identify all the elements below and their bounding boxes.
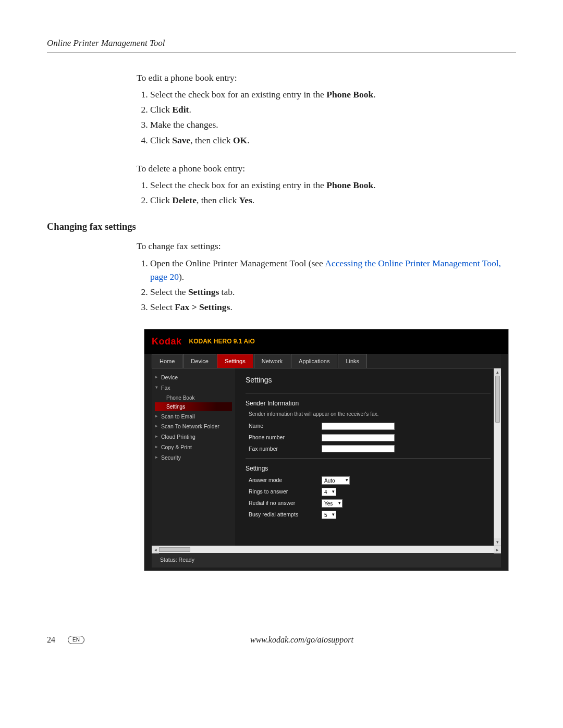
tab-settings[interactable]: Settings (217, 354, 253, 368)
sidebar-item-scan-network[interactable]: Scan To Network Folder (155, 422, 232, 432)
busy-row: Busy redial attempts 5 (249, 511, 491, 519)
rings-select[interactable]: 4 (322, 488, 336, 496)
status-bar: Status: Ready (152, 553, 501, 567)
tab-applications[interactable]: Applications (291, 354, 337, 368)
bold: OK (233, 135, 247, 145)
scroll-thumb[interactable] (495, 376, 500, 423)
redial-row: Redial if no answer Yes (249, 499, 491, 508)
app-header: Kodak KODAK HERO 9.1 AiO (144, 329, 508, 354)
rings-label: Rings to answer (249, 488, 322, 496)
busy-label: Busy redial attempts (249, 511, 322, 519)
embedded-screenshot: Kodak KODAK HERO 9.1 AiO Home Device Set… (144, 329, 516, 571)
text: . (230, 302, 232, 312)
sidebar-item-cloud-printing[interactable]: Cloud Printing (155, 432, 232, 442)
sidebar-item-security[interactable]: Security (155, 453, 232, 463)
fax-input[interactable] (322, 445, 395, 452)
text: Open the Online Printer Management Tool … (150, 258, 325, 268)
text: Click (150, 135, 172, 145)
fax-row: Fax number (249, 445, 491, 453)
page-header: Online Printer Management Tool (47, 36, 516, 53)
app-body: Device Fax Phone Book Settings Scan to E… (152, 368, 501, 546)
text: Select the (150, 287, 188, 297)
text: . (373, 180, 375, 190)
bold: Settings (188, 287, 219, 297)
answer-mode-select[interactable]: Auto (322, 476, 350, 485)
tab-links[interactable]: Links (338, 354, 367, 368)
product-name: KODAK HERO 9.1 AiO (189, 337, 255, 346)
name-row: Name (249, 422, 491, 430)
delete-intro: To delete a phone book entry: (137, 162, 516, 175)
sidebar-item-copy-print[interactable]: Copy & Print (155, 442, 232, 453)
sender-info-desc: Sender information that will appear on t… (246, 410, 491, 418)
scroll-up-icon[interactable]: ▴ (494, 368, 501, 376)
edit-step-1: Select the check box for an existing ent… (150, 88, 516, 101)
change-steps: Open the Online Printer Management Tool … (137, 256, 516, 314)
settings-sidebar: Device Fax Phone Book Settings Scan to E… (152, 368, 235, 546)
footer-url: www.kodak.com/go/aiosupport (88, 634, 516, 646)
text: Select (150, 302, 175, 312)
tab-device[interactable]: Device (183, 354, 216, 368)
text: Click (150, 104, 172, 115)
text: . (252, 195, 254, 205)
busy-select[interactable]: 5 (322, 511, 336, 519)
edit-step-2: Click Edit. (150, 103, 516, 116)
sidebar-item-scan-email[interactable]: Scan to Email (155, 412, 232, 422)
sidebar-sub-phone-book[interactable]: Phone Book (155, 394, 232, 402)
tab-network[interactable]: Network (254, 354, 290, 368)
change-step-2: Select the Settings tab. (150, 285, 516, 299)
kodak-logo: Kodak (152, 335, 182, 349)
main-tabs: Home Device Settings Network Application… (152, 354, 501, 369)
bold: Delete (172, 195, 197, 205)
phone-row: Phone number (249, 434, 491, 442)
sidebar-item-fax[interactable]: Fax (155, 383, 232, 393)
answer-mode-row: Answer mode Auto (249, 476, 491, 485)
text: . (373, 89, 375, 100)
text: , then click (190, 135, 233, 145)
settings-group: Settings (246, 464, 491, 473)
delete-step-1: Select the check box for an existing ent… (150, 178, 516, 192)
edit-intro: To edit a phone book entry: (137, 71, 516, 84)
sidebar-item-device[interactable]: Device (155, 373, 232, 383)
page-number: 24 (47, 634, 68, 646)
change-intro: To change fax settings: (137, 239, 516, 253)
edit-steps: Select the check box for an existing ent… (137, 88, 516, 147)
name-label: Name (249, 422, 322, 430)
vertical-scrollbar[interactable]: ▴ ▾ (494, 368, 501, 546)
text: . (189, 104, 191, 115)
phone-label: Phone number (249, 434, 322, 442)
scroll-right-icon[interactable]: ▸ (494, 546, 501, 553)
name-input[interactable] (322, 423, 395, 430)
content-area: To edit a phone book entry: Select the c… (47, 71, 516, 571)
tab-home[interactable]: Home (152, 354, 182, 368)
text: tab. (219, 287, 235, 297)
settings-panel: Settings Sender Information Sender infor… (235, 368, 501, 546)
page-footer: 24 EN www.kodak.com/go/aiosupport (47, 634, 516, 646)
panel-title: Settings (246, 375, 491, 386)
scroll-down-icon[interactable]: ▾ (494, 538, 501, 546)
sender-info-group: Sender Information (246, 399, 491, 408)
phone-input[interactable] (322, 434, 395, 441)
divider (246, 458, 491, 459)
rings-row: Rings to answer 4 (249, 488, 491, 496)
scroll-left-icon[interactable]: ◂ (152, 546, 159, 553)
text: Select the check box for an existing ent… (150, 89, 326, 100)
redial-label: Redial if no answer (249, 499, 322, 508)
redial-select[interactable]: Yes (322, 499, 342, 508)
text: , then click (197, 195, 239, 205)
text: Select the check box for an existing ent… (150, 180, 326, 190)
fax-label: Fax number (249, 445, 322, 453)
app-window: Kodak KODAK HERO 9.1 AiO Home Device Set… (144, 329, 509, 571)
horizontal-scrollbar[interactable]: ◂ ▸ (152, 546, 501, 553)
scroll-thumb-h[interactable] (159, 547, 190, 552)
bold: Yes (239, 195, 252, 205)
change-step-1: Open the Online Printer Management Tool … (150, 256, 516, 284)
sidebar-sub-settings[interactable]: Settings (155, 402, 232, 411)
text: . (247, 135, 249, 145)
answer-mode-label: Answer mode (249, 476, 322, 485)
delete-steps: Select the check box for an existing ent… (137, 178, 516, 207)
language-badge: EN (68, 636, 84, 644)
bold: Edit (172, 104, 189, 115)
edit-step-4: Click Save, then click OK. (150, 133, 516, 147)
text: Click (150, 195, 172, 205)
divider (246, 393, 491, 393)
